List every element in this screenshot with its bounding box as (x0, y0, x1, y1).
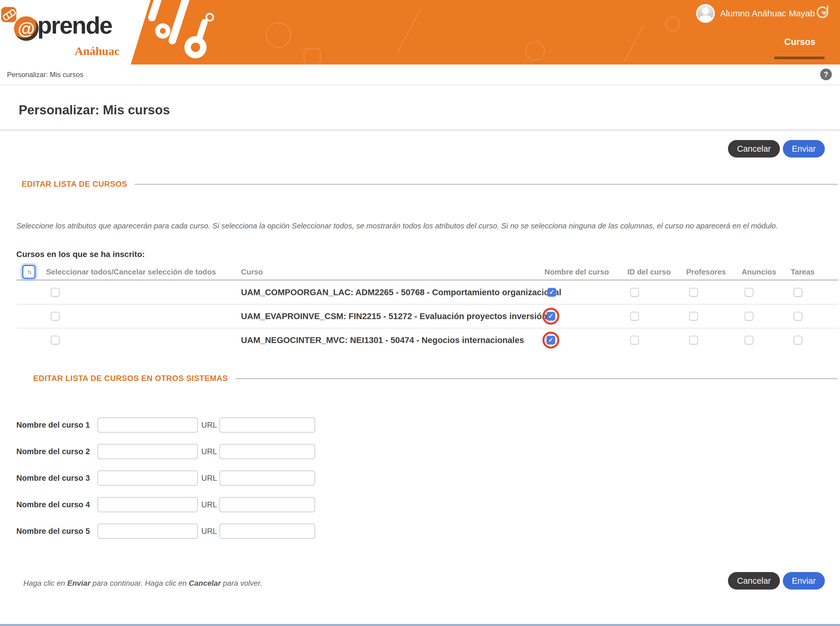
brand-donut (155, 23, 171, 39)
checkbox-tasks[interactable]: ✓ (794, 312, 802, 321)
help-icon[interactable]: ? (820, 69, 832, 80)
tab-cursos[interactable]: Cursos (784, 37, 815, 47)
url-label: URL (201, 527, 217, 536)
cancel-button[interactable]: Cancelar (728, 572, 780, 590)
checkbox-professors[interactable]: ✓ (689, 336, 698, 344)
sort-icon[interactable]: ↑↓ (22, 265, 36, 279)
checkbox-announcements[interactable]: ✓ (744, 336, 753, 344)
red-highlight-circle: ✓ (542, 308, 559, 325)
course-name-input[interactable] (97, 497, 198, 512)
checkbox-professors[interactable]: ✓ (689, 288, 698, 297)
course-name-label: Nombre del curso 2 (16, 447, 97, 456)
logout-power-icon[interactable] (822, 5, 833, 17)
red-highlight-circle: ✓ (542, 332, 559, 349)
table-row: ✓ UAM_COMPOORGAN_LAC: ADM2265 - 50768 - … (16, 281, 838, 305)
bottom-strip (0, 624, 840, 626)
section-title: EDITAR LISTA DE CURSOS (22, 180, 127, 189)
url-label: URL (201, 474, 217, 483)
table-row: ✓ UAM_EVAPROINVE_CSM: FIN2215 - 51272 - … (16, 305, 838, 329)
decor-square (304, 48, 321, 64)
form-row: Nombre del curso 3 URL (0, 470, 840, 486)
course-title: UAM_NEGOCINTER_MVC: NEI1301 - 50474 - Ne… (241, 335, 544, 345)
aprende-anahuac-logo[interactable]: @ prende Anáhuac (12, 11, 129, 57)
avatar (696, 4, 715, 23)
course-name-input[interactable] (97, 524, 198, 539)
submit-button[interactable]: Enviar (783, 140, 825, 158)
checkbox-course-id[interactable]: ✓ (630, 312, 639, 321)
decor-line (397, 8, 421, 53)
checkbox-announcements[interactable]: ✓ (744, 312, 753, 321)
course-name-label: Nombre del curso 5 (16, 527, 97, 536)
section-rule (235, 378, 838, 379)
checkbox-course-name[interactable]: ✓ (547, 312, 555, 321)
col-anuncios: Anuncios (742, 268, 791, 277)
section-edit-list: EDITAR LISTA DE CURSOS (0, 180, 840, 189)
checkbox-course-id[interactable]: ✓ (630, 288, 639, 297)
at-icon: @ (14, 16, 39, 41)
checkbox-tasks[interactable]: ✓ (794, 336, 802, 344)
course-name-input[interactable] (97, 418, 198, 433)
user-menu[interactable]: Alumno Anáhuac Mayab (696, 4, 828, 23)
course-name-input[interactable] (97, 444, 198, 459)
breadcrumb[interactable]: Personalizar: Mis cursos (7, 70, 83, 79)
brand-slash (168, 0, 191, 45)
checkbox-announcements[interactable]: ✓ (744, 288, 753, 297)
course-url-input[interactable] (219, 524, 315, 539)
instruction-text: Seleccione los atributos que aparecerán … (16, 221, 823, 230)
course-name-input[interactable] (97, 471, 198, 486)
col-nombre: Nombre del curso (544, 268, 627, 277)
top-actions: Cancelar Enviar (0, 140, 825, 158)
logo-subtext: Anáhuac (75, 44, 119, 58)
app-header: @ prende Anáhuac Alumno Anáhuac Mayab Cu… (0, 0, 840, 64)
col-id: ID del curso (627, 268, 686, 277)
table-header-row: ↑↓ Seleccionar todos/Cancelar selección … (16, 264, 838, 279)
course-title: UAM_EVAPROINVE_CSM: FIN2215 - 51272 - Ev… (241, 311, 544, 321)
form-row: Nombre del curso 5 URL (0, 523, 840, 539)
form-row: Nombre del curso 1 URL (0, 417, 840, 433)
cancel-button[interactable]: Cancelar (728, 140, 780, 158)
app: @ prende Anáhuac Alumno Anáhuac Mayab Cu… (0, 0, 840, 626)
checkbox-course-name[interactable]: ✓ (547, 336, 555, 344)
form-row: Nombre del curso 4 URL (0, 496, 840, 513)
footer-instruction: Haga clic en Enviar para continuar. Haga… (24, 579, 262, 588)
checkbox-professors[interactable]: ✓ (689, 312, 698, 321)
col-curso: Curso (241, 268, 544, 277)
section-rule (135, 184, 838, 185)
brand-slash (147, 0, 167, 22)
checkbox-course-id[interactable]: ✓ (630, 336, 639, 344)
course-url-input[interactable] (219, 418, 315, 433)
course-name-label: Nombre del curso 4 (16, 500, 97, 509)
course-name-label: Nombre del curso 1 (16, 421, 97, 430)
submit-button[interactable]: Enviar (783, 572, 825, 590)
course-url-input[interactable] (219, 471, 315, 486)
section-title: EDITAR LISTA DE CURSOS EN OTROS SISTEMAS (33, 374, 228, 383)
col-tareas: Tareas (791, 268, 838, 277)
decor-circle (525, 41, 545, 61)
brand-donut (205, 13, 214, 22)
checkbox-course-name[interactable]: ✓ (547, 288, 556, 297)
bottom-bar: Haga clic en Enviar para continuar. Haga… (24, 572, 825, 590)
course-url-input[interactable] (219, 444, 315, 459)
checkbox-tasks[interactable]: ✓ (794, 288, 802, 297)
decor-circle (665, 16, 680, 31)
col-profesores: Profesores (686, 268, 742, 277)
course-title: UAM_COMPOORGAN_LAC: ADM2265 - 50768 - Co… (241, 288, 544, 297)
checkbox-select-all[interactable]: ✓ (51, 288, 60, 297)
brand-donut (184, 36, 207, 58)
enrolled-courses-label: Cursos en los que se ha inscrito: (16, 250, 840, 259)
checkbox-select-all[interactable]: ✓ (51, 312, 60, 321)
url-label: URL (201, 500, 217, 509)
courses-table: ↑↓ Seleccionar todos/Cancelar selección … (16, 264, 838, 352)
user-name: Alumno Anáhuac Mayab (720, 8, 815, 18)
table-row: ✓ UAM_NEGOCINTER_MVC: NEI1301 - 50474 - … (16, 329, 838, 352)
url-label: URL (201, 447, 217, 456)
course-url-input[interactable] (219, 497, 315, 512)
checkbox-select-all[interactable]: ✓ (51, 336, 60, 344)
col-select-all: Seleccionar todos/Cancelar selección de … (46, 268, 241, 277)
breadcrumb-bar: Personalizar: Mis cursos ? (0, 64, 840, 85)
decor-circle (265, 22, 291, 48)
url-label: URL (201, 421, 217, 430)
section-other-systems: EDITAR LISTA DE CURSOS EN OTROS SISTEMAS (0, 374, 840, 383)
tab-active-indicator (774, 56, 824, 59)
logo-text: prende (38, 12, 112, 39)
